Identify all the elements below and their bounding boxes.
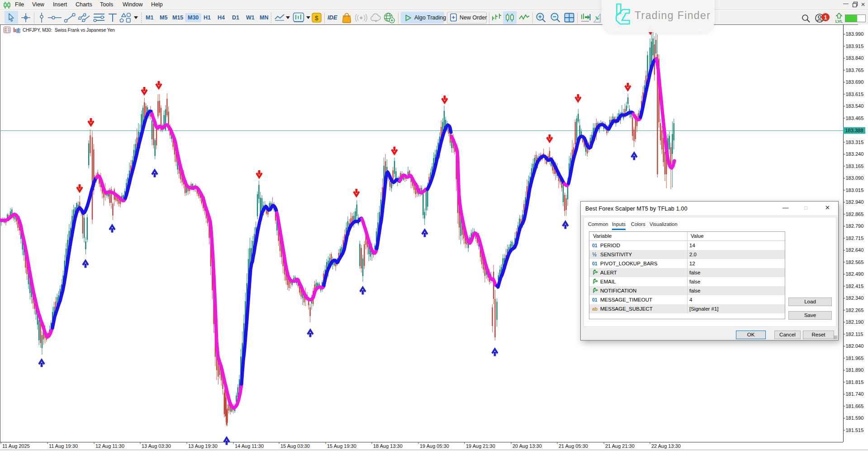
svg-text:182.115: 182.115 (846, 331, 863, 337)
svg-text:181.815: 181.815 (846, 379, 864, 385)
svg-text:183.090: 183.090 (846, 175, 864, 181)
svg-text:11 Aug 19:30: 11 Aug 19:30 (49, 443, 78, 449)
svg-text:183.240: 183.240 (846, 151, 864, 157)
svg-text:18 Aug 13:30: 18 Aug 13:30 (373, 443, 403, 449)
svg-text:11 Aug 2025: 11 Aug 2025 (2, 443, 30, 449)
svg-text:182.790: 182.790 (846, 223, 864, 229)
svg-text:181.665: 181.665 (846, 403, 864, 409)
svg-text:183.765: 183.765 (846, 67, 864, 73)
svg-text:182.940: 182.940 (846, 199, 864, 205)
svg-text:183.690: 183.690 (846, 79, 864, 85)
svg-text:182.565: 182.565 (846, 259, 864, 265)
svg-text:183.315: 183.315 (846, 139, 864, 145)
svg-text:182.865: 182.865 (846, 211, 864, 217)
svg-text:12 Aug 11:30: 12 Aug 11:30 (95, 443, 124, 449)
svg-text:21 Aug 21:30: 21 Aug 21:30 (605, 443, 635, 449)
svg-text:21 Aug 05:30: 21 Aug 05:30 (559, 443, 588, 449)
svg-text:19 Aug 21:30: 19 Aug 21:30 (466, 443, 495, 449)
svg-text:182.265: 182.265 (846, 307, 864, 313)
svg-text:183.388: 183.388 (845, 128, 863, 133)
svg-text:20 Aug 13:30: 20 Aug 13:30 (512, 443, 542, 449)
svg-text:15 Aug 19:30: 15 Aug 19:30 (327, 443, 356, 449)
svg-text:181.590: 181.590 (846, 415, 864, 421)
svg-text:183.540: 183.540 (846, 103, 864, 109)
svg-text:183.915: 183.915 (846, 43, 864, 49)
svg-text:182.190: 182.190 (846, 319, 864, 325)
svg-text:183.465: 183.465 (846, 115, 864, 121)
svg-text:13 Aug 03:30: 13 Aug 03:30 (142, 443, 171, 449)
svg-text:182.415: 182.415 (846, 283, 864, 289)
svg-text:181.965: 181.965 (846, 355, 864, 361)
svg-text:Trading Finder: Trading Finder (635, 10, 711, 21)
svg-text:182.490: 182.490 (846, 271, 864, 277)
svg-text:182.040: 182.040 (846, 343, 864, 349)
svg-text:183.615: 183.615 (846, 91, 864, 97)
svg-text:181.515: 181.515 (846, 427, 864, 433)
svg-text:183.840: 183.840 (846, 55, 864, 61)
svg-text:19 Aug 05:30: 19 Aug 05:30 (420, 443, 449, 449)
svg-text:182.640: 182.640 (846, 247, 864, 253)
svg-text:182.715: 182.715 (846, 235, 864, 241)
svg-text:183.165: 183.165 (846, 163, 864, 169)
svg-text:15 Aug 03:30: 15 Aug 03:30 (280, 443, 310, 449)
svg-text:14 Aug 11:30: 14 Aug 11:30 (235, 443, 264, 449)
svg-text:183.015: 183.015 (846, 187, 864, 193)
svg-text:181.890: 181.890 (846, 367, 864, 373)
svg-text:183.990: 183.990 (846, 31, 864, 37)
svg-text:22 Aug 13:30: 22 Aug 13:30 (651, 443, 681, 449)
svg-text:182.340: 182.340 (846, 295, 864, 301)
svg-text:13 Aug 19:30: 13 Aug 19:30 (188, 443, 218, 449)
svg-text:181.740: 181.740 (846, 391, 864, 397)
